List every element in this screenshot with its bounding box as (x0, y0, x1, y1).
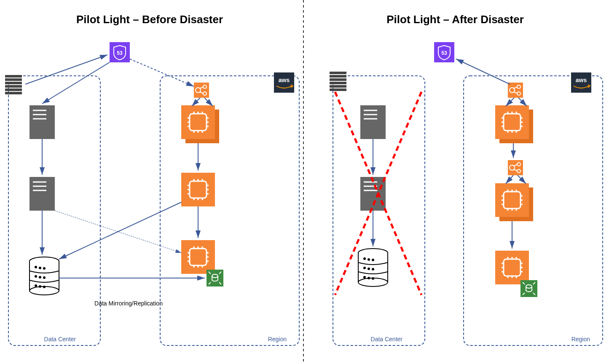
server-rack-icon-r (330, 72, 346, 91)
svg-text:53: 53 (117, 50, 123, 56)
svg-text:53: 53 (441, 50, 447, 56)
data-center-label: Data Center (44, 336, 76, 343)
svg-point-27 (39, 276, 41, 278)
svg-point-28 (43, 276, 46, 279)
server-box-2 (30, 177, 55, 211)
svg-point-114 (368, 268, 370, 270)
svg-rect-140 (508, 160, 523, 175)
aws-logo-icon-r: aws (571, 72, 591, 93)
elb-mid-icon-r (508, 160, 523, 175)
svg-point-118 (372, 277, 374, 280)
svg-point-110 (363, 257, 366, 260)
svg-point-111 (368, 258, 370, 261)
arrow (25, 55, 107, 84)
arrow (518, 98, 527, 106)
svg-rect-32 (194, 83, 209, 98)
server-box-2-r (360, 177, 386, 211)
route53-icon: 53 (110, 42, 130, 62)
svg-rect-39 (181, 105, 215, 139)
svg-text:aws: aws (576, 77, 587, 83)
svg-rect-119 (508, 83, 523, 98)
ec2-web-icon-r (495, 105, 533, 143)
svg-rect-5 (5, 92, 22, 94)
ec2-app-icon-r (495, 183, 533, 221)
rds-icon-r (520, 280, 537, 297)
svg-rect-126 (495, 105, 529, 139)
region-box (160, 76, 299, 345)
svg-rect-0 (5, 75, 22, 78)
server-rack-icon (5, 75, 22, 94)
arrow (518, 175, 526, 184)
svg-rect-1 (5, 78, 22, 81)
svg-rect-147 (495, 183, 529, 217)
svg-point-113 (363, 267, 366, 269)
svg-point-116 (363, 276, 366, 278)
arrow (506, 98, 514, 106)
left-title: Pilot Light – Before Disaster (76, 13, 223, 26)
svg-point-117 (368, 277, 370, 279)
svg-text:aws: aws (279, 77, 290, 83)
arrow (59, 202, 181, 259)
database-icon-r (358, 249, 388, 286)
svg-point-29 (35, 284, 37, 287)
svg-point-23 (35, 266, 37, 268)
server-box-1-r (360, 105, 386, 139)
svg-rect-87 (330, 72, 346, 74)
region-label: Region (268, 336, 287, 343)
ec2-app-icon (181, 173, 215, 206)
diagram-svg: Pilot Light – Before Disaster Data Cente… (0, 0, 609, 364)
svg-rect-89 (330, 78, 346, 81)
rds-icon (207, 270, 223, 286)
arrow (192, 98, 200, 106)
arrow (204, 98, 213, 106)
svg-point-26 (35, 275, 37, 278)
ec2-web-icon (181, 105, 219, 143)
aws-logo-icon: aws (274, 72, 294, 93)
replication-label: Data Mirroring/Replication (94, 300, 163, 307)
svg-rect-91 (330, 85, 346, 88)
elb-icon-r (508, 83, 523, 98)
svg-rect-92 (330, 88, 346, 91)
svg-point-115 (372, 268, 374, 270)
svg-rect-53 (181, 173, 215, 206)
svg-rect-90 (330, 82, 346, 84)
svg-point-30 (39, 285, 41, 288)
ec2-db-icon (181, 240, 215, 274)
arrow (42, 62, 110, 104)
svg-rect-3 (5, 85, 22, 88)
svg-rect-2 (5, 82, 22, 84)
svg-rect-67 (181, 240, 215, 274)
route53-icon-r: 53 (434, 42, 454, 62)
arrow (506, 175, 513, 184)
svg-point-25 (43, 267, 46, 270)
svg-rect-161 (495, 251, 529, 284)
elb-icon (194, 83, 209, 98)
server-box-1 (30, 105, 55, 139)
database-icon (30, 257, 59, 295)
arrow-dashed (130, 59, 194, 86)
svg-point-24 (39, 267, 41, 269)
right-title: Pilot Light – After Disaster (386, 13, 524, 26)
svg-rect-4 (5, 88, 22, 91)
region-label-r: Region (571, 336, 590, 343)
svg-rect-88 (330, 75, 346, 78)
ec2-db-icon-r (495, 251, 529, 284)
svg-point-112 (372, 259, 374, 261)
data-center-label-r: Data Center (371, 336, 403, 343)
svg-point-31 (43, 286, 46, 288)
